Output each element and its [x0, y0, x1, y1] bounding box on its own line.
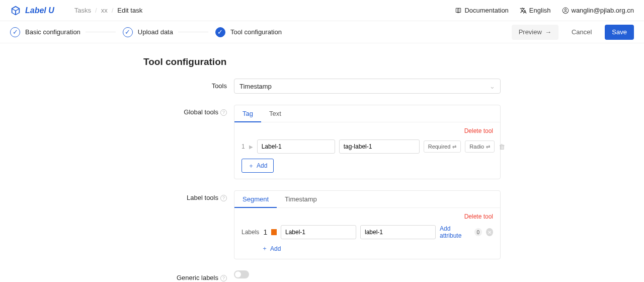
global-tools-panel: Tag Text Delete tool 1 ▶ Required⇄ Radio… [234, 105, 501, 179]
arrow-right-icon: → [545, 28, 551, 36]
docs-link[interactable]: Documentation [455, 7, 508, 14]
attr-count-badge: 0 [474, 228, 481, 236]
tools-select[interactable]: Timestamp ⌄ [234, 79, 501, 94]
generic-labels-toggle[interactable] [234, 270, 249, 278]
help-icon[interactable]: ? [220, 109, 227, 116]
save-button[interactable]: Save [605, 25, 634, 40]
swap-icon: ⇄ [452, 144, 456, 150]
generic-labels-label: Generic labels ? [143, 270, 234, 282]
help-icon[interactable]: ? [220, 195, 227, 201]
tab-timestamp[interactable]: Timestamp [277, 191, 325, 207]
global-tools-label: Global tools ? [143, 105, 234, 120]
wizard-steps: ✓ Basic configuration ✓ Upload data ✓ To… [10, 27, 282, 37]
tab-tag[interactable]: Tag [234, 105, 261, 122]
tab-text[interactable]: Text [261, 105, 289, 122]
svg-point-1 [565, 9, 567, 11]
close-icon[interactable]: ✕ [486, 228, 493, 236]
chevron-down-icon: ⌄ [490, 83, 495, 90]
crumb-current: Edit task [117, 7, 142, 14]
add-label-link[interactable]: ＋ Add [234, 242, 500, 259]
delete-tool-link[interactable]: Delete tool [234, 122, 500, 139]
preview-button[interactable]: Preview → [512, 25, 558, 40]
language-switch[interactable]: English [520, 7, 551, 14]
label-name-input[interactable] [281, 225, 356, 239]
brand-logo[interactable]: Label U [10, 5, 54, 16]
crumb-tasks[interactable]: Tasks [74, 7, 91, 14]
swap-icon: ⇄ [486, 144, 490, 150]
required-toggle[interactable]: Required⇄ [424, 140, 461, 153]
label-tools-label: Label tools ? [143, 190, 234, 205]
user-menu[interactable]: wanglin@pjlab.org.cn [562, 7, 634, 14]
chevron-right-icon[interactable]: ▶ [249, 144, 253, 150]
step-upload[interactable]: ✓ Upload data [123, 27, 208, 37]
step-basic[interactable]: ✓ Basic configuration [10, 27, 116, 37]
brand-text: Label U [25, 6, 54, 15]
crumb-task[interactable]: xx [101, 7, 108, 14]
check-icon: ✓ [215, 27, 225, 37]
tab-segment[interactable]: Segment [234, 191, 277, 208]
breadcrumb: Tasks / xx / Edit task [74, 7, 142, 14]
cancel-button[interactable]: Cancel [565, 25, 599, 40]
trash-icon[interactable]: 🗑 [499, 143, 505, 151]
label-value-input[interactable] [360, 225, 436, 239]
translate-icon [520, 7, 527, 14]
label-tools-panel: Segment Timestamp Delete tool Labels 1 A… [234, 190, 501, 259]
book-icon [455, 7, 462, 14]
delete-tool-link[interactable]: Delete tool [234, 208, 500, 225]
tag-label-row: 1 ▶ Required⇄ Radio⇄ 🗑 [234, 139, 500, 159]
plus-icon: ＋ [262, 244, 268, 253]
radio-toggle[interactable]: Radio⇄ [465, 140, 495, 153]
plus-icon: ＋ [248, 162, 254, 170]
add-attribute-link[interactable]: Add attribute [440, 225, 470, 239]
check-icon: ✓ [10, 27, 20, 37]
check-icon: ✓ [123, 27, 133, 37]
tag-value-input[interactable] [339, 139, 420, 154]
add-tag-button[interactable]: ＋ Add [242, 159, 274, 173]
page-title: Tool configuration [143, 56, 503, 67]
help-icon[interactable]: ? [220, 275, 227, 281]
labels-title: Labels [242, 229, 259, 236]
logo-icon [10, 5, 21, 16]
step-tool-config[interactable]: ✓ Tool configuration [215, 27, 282, 37]
tag-name-input[interactable] [257, 139, 335, 154]
user-icon [562, 7, 569, 14]
tools-label: Tools [143, 79, 234, 94]
color-swatch[interactable] [271, 229, 277, 235]
